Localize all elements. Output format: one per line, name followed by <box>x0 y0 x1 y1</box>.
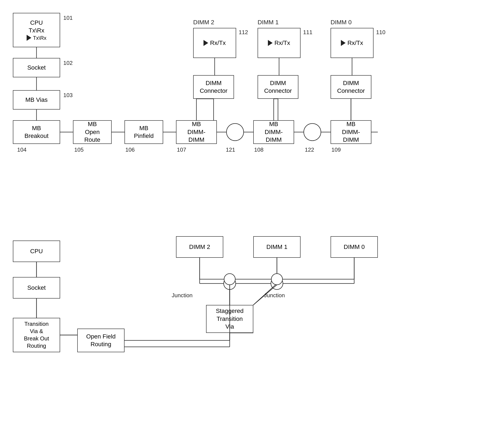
mb-dimm-dimm-109-box: MB DIMM- DIMM <box>331 120 371 144</box>
dimm1-bottom-label: DIMM 1 <box>266 243 287 251</box>
cpu2-label: CPU <box>30 247 43 255</box>
mb-dimm-dimm-108-label: MB DIMM- DIMM <box>265 120 283 144</box>
lbl-junction1: Junction <box>172 292 193 299</box>
dimm2-rxtx-box: Rx/Tx <box>193 28 236 58</box>
dimm1-connector-label: DIMM Connector <box>264 79 292 95</box>
dimm2-connector-box: DIMM Connector <box>193 75 234 99</box>
lbl-dimm2-title: DIMM 2 <box>193 19 214 26</box>
diagram-container: CPU Tx\Rx Tx\Rx Socket MB Vias MB Breako… <box>0 0 492 448</box>
lbl-102: 102 <box>63 60 72 66</box>
socket-box: Socket <box>13 58 60 77</box>
mb-open-route-label: MB Open Route <box>84 120 101 144</box>
mb-dimm-dimm-107-box: MB DIMM- DIMM <box>176 120 217 144</box>
cpu-triangle <box>27 35 31 41</box>
mb-open-route-box: MB Open Route <box>73 120 112 144</box>
svg-point-46 <box>224 274 235 285</box>
mb-dimm-dimm-108-box: MB DIMM- DIMM <box>253 120 294 144</box>
lbl-106: 106 <box>125 146 134 153</box>
lbl-109: 109 <box>331 146 341 153</box>
open-field-box: Open Field Routing <box>77 329 124 352</box>
dimm2-rxtx-label: Rx/Tx <box>210 39 226 47</box>
lbl-108: 108 <box>254 146 263 153</box>
mb-breakout-label: MB Breakout <box>24 124 49 140</box>
mb-dimm-dimm-109-label: MB DIMM- DIMM <box>342 120 360 144</box>
socket-label: Socket <box>27 64 46 72</box>
connection-lines <box>0 0 492 448</box>
dimm0-connector-label: DIMM Connector <box>337 79 365 95</box>
dimm2-connector-label: DIMM Connector <box>200 79 227 95</box>
lbl-dimm1-title: DIMM 1 <box>257 19 279 26</box>
dimm2-bottom-box: DIMM 2 <box>176 236 223 258</box>
lbl-112: 112 <box>239 29 248 36</box>
dimm1-triangle <box>268 40 273 46</box>
lbl-101: 101 <box>63 15 72 21</box>
staggered-via-box: Staggered Transition Via <box>206 305 253 333</box>
dimm2-triangle <box>204 40 208 46</box>
socket2-box: Socket <box>13 277 60 299</box>
lbl-dimm0-title: DIMM 0 <box>331 19 352 26</box>
lbl-110: 110 <box>376 29 385 36</box>
cpu-label: CPU Tx\Rx <box>29 19 44 35</box>
dimm0-connector-box: DIMM Connector <box>331 75 371 99</box>
lbl-103: 103 <box>63 92 72 99</box>
dimm1-bottom-box: DIMM 1 <box>253 236 300 258</box>
mb-dimm-dimm-107-label: MB DIMM- DIMM <box>187 120 205 144</box>
cpu-box: CPU Tx\Rx Tx\Rx <box>13 13 60 47</box>
lbl-junction2: Junction <box>264 292 285 299</box>
lbl-104: 104 <box>17 146 26 153</box>
svg-point-34 <box>271 278 283 290</box>
mb-vias-label: MB Vias <box>25 96 48 104</box>
dimm0-bottom-box: DIMM 0 <box>331 236 378 258</box>
mb-pinfield-label: MB Pinfield <box>134 124 154 140</box>
lbl-121: 121 <box>226 146 235 153</box>
lbl-111: 111 <box>303 29 312 36</box>
dimm1-rxtx-box: Rx/Tx <box>257 28 300 58</box>
dimm1-connector-box: DIMM Connector <box>257 75 298 99</box>
lbl-122: 122 <box>305 146 314 153</box>
svg-point-47 <box>271 274 283 285</box>
dimm2-bottom-label: DIMM 2 <box>189 243 210 251</box>
dimm0-rxtx-box: Rx/Tx <box>331 28 373 58</box>
mb-vias-box: MB Vias <box>13 90 60 110</box>
cpu2-box: CPU <box>13 240 60 262</box>
svg-point-16 <box>304 124 321 141</box>
svg-point-33 <box>224 278 236 290</box>
dimm0-triangle <box>341 40 346 46</box>
svg-point-15 <box>226 124 244 141</box>
staggered-via-label: Staggered Transition Via <box>216 307 243 331</box>
lbl-107: 107 <box>177 146 186 153</box>
open-field-label: Open Field Routing <box>86 333 116 348</box>
transition-via-label: Transition Via & Break Out Routing <box>24 320 49 349</box>
transition-via-box: Transition Via & Break Out Routing <box>13 318 60 352</box>
mb-breakout-box: MB Breakout <box>13 120 60 144</box>
dimm1-rxtx-label: Rx/Tx <box>274 39 290 47</box>
cpu-txrx: Tx\Rx <box>33 35 47 41</box>
mb-pinfield-box: MB Pinfield <box>124 120 163 144</box>
bottom-lines <box>0 0 492 448</box>
dimm0-bottom-label: DIMM 0 <box>344 243 365 251</box>
socket2-label: Socket <box>27 284 46 292</box>
lbl-105: 105 <box>74 146 83 153</box>
dimm0-rxtx-label: Rx/Tx <box>347 39 363 47</box>
